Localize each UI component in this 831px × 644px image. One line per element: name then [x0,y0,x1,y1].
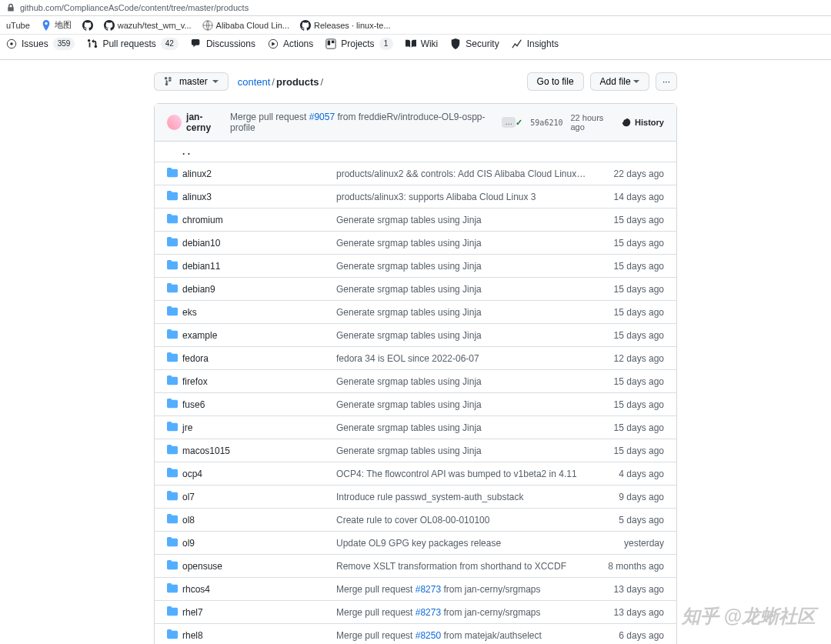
file-commit-time: 15 days ago [587,445,664,456]
history-link[interactable]: History [621,117,664,128]
file-commit-msg[interactable]: Generate srgmap tables using Jinja [336,215,587,225]
file-commit-msg[interactable]: Merge pull request #8273 from jan-cerny/… [336,584,587,595]
branch-name: master [179,76,208,87]
file-name-link[interactable]: fedora [182,353,209,364]
folder-icon [167,629,178,639]
nav-actions[interactable]: Actions [268,38,313,49]
file-commit-time: 13 days ago [587,607,664,618]
file-row: fuse6Generate srgmap tables using Jinja1… [155,393,676,416]
file-row: rhel7Merge pull request #8273 from jan-c… [155,601,676,624]
bookmark-youtube[interactable]: uTube [6,21,30,30]
lock-icon [6,3,15,12]
file-name-link[interactable]: rhcos4 [182,584,210,595]
file-name-link[interactable]: ocp4 [182,469,202,479]
projects-count: 1 [379,38,393,50]
github-icon [104,20,115,31]
bookmark-maps[interactable]: 地图 [41,19,72,31]
file-name-link[interactable]: fuse6 [182,399,205,410]
file-row: ocp4OCP4: The flowcontrol API was bumped… [155,462,676,486]
url-text[interactable]: github.com/ComplianceAsCode/content/tree… [20,3,249,12]
file-commit-msg[interactable]: products/alinux2 && controls: Add CIS Al… [336,169,587,179]
file-commit-msg[interactable]: Generate srgmap tables using Jinja [336,330,587,341]
file-row: opensuseRemove XSLT transformation from … [155,555,676,578]
file-name-link[interactable]: rhel7 [182,607,203,618]
issue-icon [6,38,17,49]
file-commit-time: 6 days ago [587,630,664,641]
file-name-link[interactable]: debian10 [182,238,220,249]
file-commit-msg[interactable]: OCP4: The flowcontrol API was bumped to … [336,469,587,479]
file-commit-time: yesterday [587,538,664,549]
nav-discussions[interactable]: Discussions [191,38,255,49]
file-commit-msg[interactable]: Introduce rule passwd_system-auth_substa… [336,492,587,502]
folder-icon [167,190,178,201]
file-name-link[interactable]: ol9 [182,538,195,549]
more-options-button[interactable]: ··· [656,72,677,91]
nav-issues[interactable]: Issues359 [6,38,75,50]
folder-icon [167,282,178,293]
file-commit-msg[interactable]: Merge pull request #8250 from matejak/au… [336,630,587,641]
file-name-link[interactable]: macos1015 [182,445,230,456]
folder-icon [167,259,178,270]
breadcrumb-root[interactable]: content [238,76,271,88]
parent-directory-link[interactable]: . . [155,142,676,162]
commit-expand-button[interactable]: … [502,117,516,128]
commit-sha[interactable]: 59a6210 [530,118,562,127]
branch-selector[interactable]: master [154,72,229,91]
file-name-link[interactable]: ol8 [182,515,195,526]
file-name-link[interactable]: ol7 [182,492,195,502]
goto-file-button[interactable]: Go to file [527,72,584,91]
svg-rect-6 [332,41,335,44]
nav-pulls[interactable]: Pull requests42 [87,38,179,50]
file-commit-msg[interactable]: products/alinux3: supports Alibaba Cloud… [336,192,587,202]
file-row: jreGenerate srgmap tables using Jinja15 … [155,416,676,439]
latest-commit-header: jan-cerny Merge pull request #9057 from … [155,104,676,142]
file-commit-msg[interactable]: Generate srgmap tables using Jinja [336,422,587,433]
file-commit-msg[interactable]: Remove XSLT transformation from shorthan… [336,561,587,572]
nav-security[interactable]: Security [450,38,499,49]
file-commit-msg[interactable]: fedora 34 is EOL since 2022-06-07 [336,353,587,364]
file-commit-msg[interactable]: Create rule to cover OL08-00-010100 [336,515,587,526]
file-name-link[interactable]: alinux3 [182,192,212,202]
file-commit-msg[interactable]: Generate srgmap tables using Jinja [336,376,587,387]
file-name-link[interactable]: opensuse [182,561,222,572]
file-name-link[interactable]: firefox [182,376,208,387]
file-name-link[interactable]: example [182,330,217,341]
commit-author[interactable]: jan-cerny [186,112,225,133]
bookmark-alibaba[interactable]: Alibaba Cloud Lin... [202,20,289,31]
file-name-link[interactable]: debian11 [182,261,220,272]
file-name-link[interactable]: debian9 [182,284,215,295]
github-icon [82,20,93,31]
nav-projects[interactable]: Projects1 [325,38,392,50]
file-commit-time: 14 days ago [587,192,664,202]
bookmark-releases[interactable]: Releases · linux-te... [300,20,391,31]
file-commit-msg[interactable]: Generate srgmap tables using Jinja [336,399,587,410]
pull-request-icon [87,38,98,49]
file-commit-msg[interactable]: Generate srgmap tables using Jinja [336,445,587,456]
breadcrumb-current: products [276,76,319,88]
file-name-link[interactable]: rhel8 [182,630,203,641]
file-name-link[interactable]: chromium [182,215,223,225]
add-file-button[interactable]: Add file [590,72,649,91]
file-commit-msg[interactable]: Generate srgmap tables using Jinja [336,284,587,295]
checks-status-icon[interactable]: ✓ [516,118,522,128]
commit-time: 22 hours ago [570,113,613,132]
file-name-link[interactable]: eks [182,307,197,318]
author-avatar[interactable] [167,115,182,130]
nav-wiki[interactable]: Wiki [405,38,439,49]
file-commit-time: 22 days ago [587,169,664,179]
nav-insights[interactable]: Insights [512,38,559,49]
file-commit-msg[interactable]: Generate srgmap tables using Jinja [336,238,587,249]
file-commit-msg[interactable]: Generate srgmap tables using Jinja [336,307,587,318]
file-name-link[interactable]: jre [182,422,192,433]
commit-message[interactable]: Merge pull request #9057 from freddieRv/… [230,112,497,133]
wiki-icon [405,38,416,49]
file-commit-msg[interactable]: Merge pull request #8273 from jan-cerny/… [336,607,587,618]
bookmark-wazuh[interactable]: wazuh/test_wm_v... [104,20,192,31]
history-icon [621,117,632,128]
file-name-link[interactable]: alinux2 [182,169,212,179]
file-row: chromiumGenerate srgmap tables using Jin… [155,209,676,232]
file-commit-msg[interactable]: Generate srgmap tables using Jinja [336,261,587,272]
file-commit-msg[interactable]: Update OL9 GPG key packages release [336,538,587,549]
bookmark-github[interactable] [82,20,93,31]
breadcrumb: content/products/ [238,76,325,88]
